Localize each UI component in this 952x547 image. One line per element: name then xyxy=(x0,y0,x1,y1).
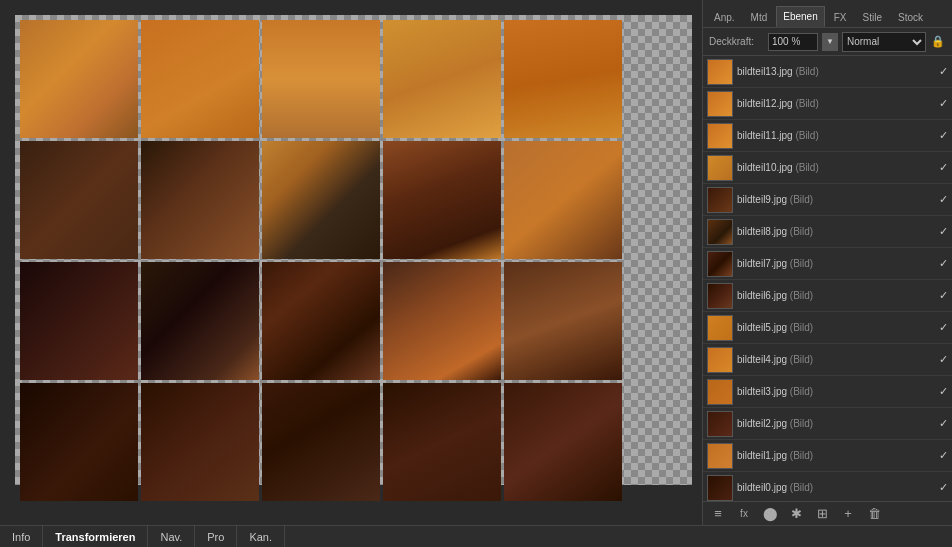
layer-name-6: bildteil6.jpg (Bild) xyxy=(737,290,932,301)
bottom-tab-kan[interactable]: Kan. xyxy=(237,526,285,547)
layer-thumb-7 xyxy=(707,251,733,277)
layer-name-7: bildteil7.jpg (Bild) xyxy=(737,258,932,269)
grid-cell-15 xyxy=(20,383,138,501)
layer-item-9[interactable]: bildteil9.jpg (Bild) ✓ xyxy=(703,184,952,216)
layer-name-11: bildteil11.jpg (Bild) xyxy=(737,130,932,141)
layer-item-6[interactable]: bildteil6.jpg (Bild) ✓ xyxy=(703,280,952,312)
new-layer-icon[interactable]: + xyxy=(837,503,859,525)
grid-cell-18 xyxy=(383,383,501,501)
layer-thumb-9 xyxy=(707,187,733,213)
layer-name-1: bildteil1.jpg (Bild) xyxy=(737,450,932,461)
delete-layer-icon[interactable]: 🗑 xyxy=(863,503,885,525)
grid-cell-13 xyxy=(383,262,501,380)
new-group-icon[interactable]: ⊞ xyxy=(811,503,833,525)
bottom-tab-pro[interactable]: Pro xyxy=(195,526,237,547)
bottom-tab-info[interactable]: Info xyxy=(0,526,43,547)
layer-name-13: bildteil13.jpg (Bild) xyxy=(737,66,932,77)
layer-check-6: ✓ xyxy=(936,289,948,302)
layer-check-0: ✓ xyxy=(936,481,948,494)
layer-thumb-12 xyxy=(707,91,733,117)
opacity-input[interactable] xyxy=(768,33,818,51)
layer-check-5: ✓ xyxy=(936,321,948,334)
grid-cell-10 xyxy=(20,262,138,380)
layer-thumb-11 xyxy=(707,123,733,149)
layer-item-1[interactable]: bildteil1.jpg (Bild) ✓ xyxy=(703,440,952,472)
opacity-label: Deckkraft: xyxy=(709,36,764,47)
layer-check-3: ✓ xyxy=(936,385,948,398)
layer-thumb-10 xyxy=(707,155,733,181)
layer-name-10: bildteil10.jpg (Bild) xyxy=(737,162,932,173)
grid-cell-0 xyxy=(20,20,138,138)
grid-cell-19 xyxy=(504,383,622,501)
layer-item-4[interactable]: bildteil4.jpg (Bild) ✓ xyxy=(703,344,952,376)
layer-thumb-0 xyxy=(707,475,733,501)
canvas-area xyxy=(0,0,702,525)
layer-item-8[interactable]: bildteil8.jpg (Bild) ✓ xyxy=(703,216,952,248)
grid-cell-16 xyxy=(141,383,259,501)
layer-check-10: ✓ xyxy=(936,161,948,174)
layer-name-0: bildteil0.jpg (Bild) xyxy=(737,482,932,493)
grid-cell-7 xyxy=(262,141,380,259)
grid-cell-9 xyxy=(504,141,622,259)
tab-mtd[interactable]: Mtd xyxy=(744,7,775,27)
grid-cell-2 xyxy=(262,20,380,138)
tab-ebenen[interactable]: Ebenen xyxy=(776,6,824,27)
layer-check-7: ✓ xyxy=(936,257,948,270)
layer-item-5[interactable]: bildteil5.jpg (Bild) ✓ xyxy=(703,312,952,344)
layer-thumb-1 xyxy=(707,443,733,469)
layer-thumb-13 xyxy=(707,59,733,85)
layer-item-0[interactable]: bildteil0.jpg (Bild) ✓ xyxy=(703,472,952,501)
layer-thumb-3 xyxy=(707,379,733,405)
layer-check-4: ✓ xyxy=(936,353,948,366)
layer-check-13: ✓ xyxy=(936,65,948,78)
layer-check-9: ✓ xyxy=(936,193,948,206)
layer-item-3[interactable]: bildteil3.jpg (Bild) ✓ xyxy=(703,376,952,408)
bottom-tab-nav[interactable]: Nav. xyxy=(148,526,195,547)
layer-item-2[interactable]: bildteil2.jpg (Bild) ✓ xyxy=(703,408,952,440)
layer-name-5: bildteil5.jpg (Bild) xyxy=(737,322,932,333)
opacity-dropdown-btn[interactable]: ▼ xyxy=(822,33,838,51)
adjustments-panel-icon[interactable]: ✱ xyxy=(785,503,807,525)
layer-item-11[interactable]: bildteil11.jpg (Bild) ✓ xyxy=(703,120,952,152)
lock-icon[interactable]: 🔒 xyxy=(930,34,946,50)
layer-thumb-5 xyxy=(707,315,733,341)
layer-item-10[interactable]: bildteil10.jpg (Bild) ✓ xyxy=(703,152,952,184)
right-panel: Anp. Mtd Ebenen FX Stile Stock Deckkraft… xyxy=(702,0,952,525)
grid-cell-3 xyxy=(383,20,501,138)
layer-name-2: bildteil2.jpg (Bild) xyxy=(737,418,932,429)
grid-cell-4 xyxy=(504,20,622,138)
fx-panel-icon[interactable]: fx xyxy=(733,503,755,525)
grid-cell-12 xyxy=(262,262,380,380)
layer-name-9: bildteil9.jpg (Bild) xyxy=(737,194,932,205)
layer-check-11: ✓ xyxy=(936,129,948,142)
layers-list[interactable]: bildteil13.jpg (Bild) ✓ bildteil12.jpg (… xyxy=(703,56,952,501)
layer-check-8: ✓ xyxy=(936,225,948,238)
layer-thumb-6 xyxy=(707,283,733,309)
blend-mode-select[interactable]: Normal xyxy=(842,32,926,52)
tab-stock[interactable]: Stock xyxy=(891,7,930,27)
layer-item-12[interactable]: bildteil12.jpg (Bild) ✓ xyxy=(703,88,952,120)
mask-panel-icon[interactable]: ⬤ xyxy=(759,503,781,525)
image-grid xyxy=(20,20,622,501)
grid-cell-1 xyxy=(141,20,259,138)
tab-stile[interactable]: Stile xyxy=(856,7,889,27)
tab-fx[interactable]: FX xyxy=(827,7,854,27)
grid-cell-8 xyxy=(383,141,501,259)
layer-thumb-4 xyxy=(707,347,733,373)
tab-anp[interactable]: Anp. xyxy=(707,7,742,27)
layer-check-1: ✓ xyxy=(936,449,948,462)
layer-item-13[interactable]: bildteil13.jpg (Bild) ✓ xyxy=(703,56,952,88)
layer-check-2: ✓ xyxy=(936,417,948,430)
layer-thumb-8 xyxy=(707,219,733,245)
layer-thumb-2 xyxy=(707,411,733,437)
bottom-tab-transform[interactable]: Transformieren xyxy=(43,526,148,547)
layer-item-7[interactable]: bildteil7.jpg (Bild) ✓ xyxy=(703,248,952,280)
grid-cell-5 xyxy=(20,141,138,259)
grid-cell-6 xyxy=(141,141,259,259)
grid-cell-14 xyxy=(504,262,622,380)
panel-toolbar: ≡ fx ⬤ ✱ ⊞ + 🗑 xyxy=(703,501,952,525)
tab-bar: Anp. Mtd Ebenen FX Stile Stock xyxy=(703,0,952,28)
layers-panel-icon[interactable]: ≡ xyxy=(707,503,729,525)
layer-name-8: bildteil8.jpg (Bild) xyxy=(737,226,932,237)
grid-cell-11 xyxy=(141,262,259,380)
